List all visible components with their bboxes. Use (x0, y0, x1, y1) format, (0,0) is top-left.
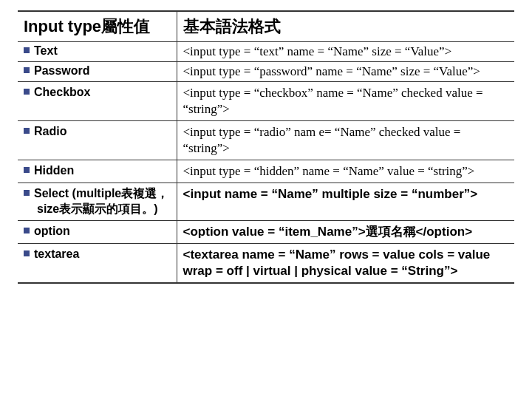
row-syntax: <input type = “hidden” name = “Name” val… (177, 160, 514, 183)
row-label: option (18, 220, 177, 243)
table-row: Password<input type = “password” name = … (18, 61, 514, 81)
table-row: Hidden<input type = “hidden” name = “Nam… (18, 160, 514, 183)
bullet-icon (24, 47, 30, 53)
row-label-text: option (34, 225, 70, 237)
row-syntax: <option value = “item_Name”>選項名稱</option… (177, 220, 514, 243)
row-label-text: Select (multiple表複選，size表示顯示的項目。) (34, 187, 168, 215)
row-syntax: <textarea name = “Name” rows = value col… (177, 243, 514, 283)
row-label: Radio (18, 120, 177, 160)
row-syntax: <input type = “password” name = “Name” s… (177, 61, 514, 81)
row-label: Select (multiple表複選，size表示顯示的項目。) (18, 183, 177, 221)
header-syntax: 基本語法格式 (177, 11, 514, 41)
bullet-icon (24, 167, 30, 173)
row-label-text: Text (34, 44, 58, 57)
row-syntax: <input type = “checkbox” name = “Name” c… (177, 81, 514, 120)
row-label-text: Hidden (34, 164, 74, 177)
row-label: Password (18, 61, 177, 81)
row-label-text: Password (34, 64, 90, 77)
row-label: Hidden (18, 160, 177, 183)
table-row: Checkbox<input type = “checkbox” name = … (18, 81, 514, 120)
table-row: Text<input type = “text” name = “Name” s… (18, 41, 514, 61)
table-row: Radio<input type = “radio” nam e= “Name”… (18, 120, 514, 160)
bullet-icon (24, 89, 30, 95)
table-row: option<option value = “item_Name”>選項名稱</… (18, 220, 514, 243)
bullet-icon (24, 128, 30, 134)
row-syntax: <input type = “radio” nam e= “Name” chec… (177, 120, 514, 160)
row-syntax: <input type = “text” name = “Name” size … (177, 41, 514, 61)
row-label: Text (18, 41, 177, 61)
table-row: Select (multiple表複選，size表示顯示的項目。)<input … (18, 183, 514, 221)
table-header-row: Input type屬性值 基本語法格式 (18, 11, 514, 41)
row-label-text: Checkbox (34, 86, 90, 98)
input-type-table: Input type屬性值 基本語法格式 Text<input type = “… (18, 10, 514, 284)
row-label-text: Radio (34, 125, 66, 137)
bullet-icon (24, 67, 30, 73)
row-syntax: <input name = “Name” multiple size = “nu… (177, 183, 514, 221)
row-label: Checkbox (18, 81, 177, 120)
bullet-icon (24, 228, 30, 233)
row-label-text: textarea (34, 248, 79, 260)
bullet-icon (24, 250, 30, 256)
bullet-icon (24, 190, 30, 196)
header-attribute: Input type屬性值 (18, 11, 177, 41)
table-row: textarea<textarea name = “Name” rows = v… (18, 243, 514, 283)
row-label: textarea (18, 243, 177, 283)
